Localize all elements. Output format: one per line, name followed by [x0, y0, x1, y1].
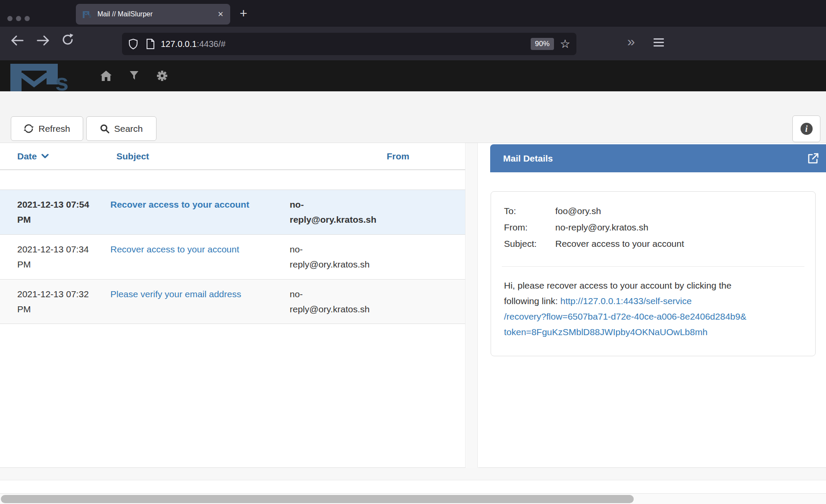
mail-list-panel: Date Subject From 2021-12-13 07:54 PM Re… — [0, 143, 466, 468]
mail-row-date: 2021-12-13 07:32 PM — [0, 280, 106, 324]
window-dot-icon — [7, 16, 13, 21]
horizontal-scrollbar-thumb[interactable] — [1, 495, 634, 503]
mail-row[interactable]: 2021-12-13 07:34 PM Recover access to yo… — [0, 234, 465, 279]
browser-tab[interactable]: s Mail // MailSlurper × — [76, 4, 230, 25]
search-icon — [100, 124, 110, 134]
mail-body: Hi, please recover access to your accoun… — [491, 278, 815, 340]
column-header-subject[interactable]: Subject — [106, 151, 285, 162]
toolbar-overflow-icon[interactable]: » — [627, 34, 635, 50]
new-tab-button[interactable]: + — [240, 6, 247, 21]
mailslurper-logo: s — [10, 60, 79, 91]
info-circle-icon: i — [801, 123, 813, 135]
meta-body-divider — [502, 266, 804, 267]
shield-icon[interactable] — [128, 38, 138, 50]
mail-row-from: no-reply@ory.kratos.sh — [285, 235, 465, 279]
menu-hamburger-icon[interactable] — [654, 38, 664, 49]
to-label: To: — [504, 203, 555, 219]
list-spacer — [0, 170, 465, 190]
back-icon[interactable] — [9, 34, 25, 47]
from-value: no-reply@ory.kratos.sh — [555, 219, 802, 236]
svg-text:s: s — [55, 68, 69, 91]
mail-row[interactable]: 2021-12-13 07:32 PM Please verify your e… — [0, 279, 465, 324]
mail-row-from: no-reply@ory.kratos.sh — [285, 280, 465, 324]
url-text[interactable]: 127.0.0.1:4436/# — [161, 39, 531, 49]
action-toolbar: Refresh Search i — [0, 91, 826, 143]
search-button[interactable]: Search — [86, 116, 156, 141]
settings-gear-icon[interactable] — [156, 70, 168, 81]
window-controls — [7, 16, 30, 21]
forward-icon[interactable] — [35, 34, 51, 47]
refresh-icon — [24, 124, 34, 134]
from-label: From: — [504, 219, 555, 236]
to-value: foo@ory.sh — [555, 203, 802, 219]
subject-value: Recover access to your account — [555, 236, 802, 252]
tab-favicon-mailslurper-icon: s — [83, 10, 92, 18]
page-info-icon[interactable] — [146, 38, 155, 50]
mail-subject-link[interactable]: Recover access to your account — [110, 244, 239, 254]
bookmark-star-icon[interactable]: ☆ — [560, 38, 570, 50]
tab-title: Mail // MailSlurper — [97, 10, 218, 18]
mail-details-header: Mail Details — [490, 144, 826, 172]
filter-icon[interactable] — [130, 71, 138, 81]
window-dot-icon — [16, 16, 21, 21]
footer-band-white — [0, 480, 826, 493]
url-bar[interactable]: 127.0.0.1:4436/# 90% ☆ — [122, 33, 576, 55]
mail-subject-link[interactable]: Recover access to your account — [110, 199, 249, 209]
browser-toolbar: 127.0.0.1:4436/# 90% ☆ » — [0, 27, 826, 60]
zoom-level-badge[interactable]: 90% — [531, 38, 554, 50]
url-host: 127.0.0.1 — [161, 39, 197, 49]
refresh-button[interactable]: Refresh — [11, 116, 83, 141]
refresh-label: Refresh — [38, 124, 70, 134]
open-in-new-window-icon[interactable] — [807, 152, 819, 165]
horizontal-scrollbar[interactable] — [0, 493, 826, 504]
mail-subject-link[interactable]: Please verify your email address — [110, 289, 241, 299]
tab-close-icon[interactable]: × — [218, 9, 223, 19]
mail-details-card: To: foo@ory.sh From: no-reply@ory.kratos… — [491, 191, 816, 356]
column-header-date[interactable]: Date — [0, 151, 106, 162]
column-header-from[interactable]: From — [285, 151, 465, 162]
mail-row-from: no-reply@ory.kratos.sh — [285, 190, 465, 234]
mail-row[interactable]: 2021-12-13 07:54 PM Recover access to yo… — [0, 190, 465, 234]
sort-descending-icon — [41, 154, 49, 159]
home-icon[interactable] — [100, 71, 112, 81]
browser-tab-bar: s Mail // MailSlurper × + — [0, 0, 826, 27]
mail-details-title: Mail Details — [503, 153, 553, 164]
url-path: :4436/# — [197, 39, 225, 49]
window-dot-icon — [25, 16, 30, 21]
mail-row-date: 2021-12-13 07:54 PM — [0, 190, 106, 234]
svg-text:s: s — [89, 13, 92, 18]
subject-label: Subject: — [504, 236, 555, 252]
main-content: Date Subject From 2021-12-13 07:54 PM Re… — [0, 143, 826, 468]
panel-divider — [466, 143, 478, 468]
info-button[interactable]: i — [792, 115, 820, 142]
mail-details-panel: Mail Details To: foo@ory.sh From: no-rep… — [478, 143, 826, 468]
mail-meta: To: foo@ory.sh From: no-reply@ory.kratos… — [491, 192, 815, 252]
mail-row-date: 2021-12-13 07:34 PM — [0, 235, 106, 279]
search-label: Search — [114, 124, 143, 134]
mailslurper-navbar: s — [0, 60, 826, 91]
mail-list-header: Date Subject From — [0, 143, 465, 170]
footer-band — [0, 468, 826, 480]
mail-body-text: Hi, please recover access to your accoun… — [504, 278, 788, 293]
reload-icon[interactable] — [61, 33, 74, 46]
mail-body-text: following link: — [504, 296, 558, 306]
